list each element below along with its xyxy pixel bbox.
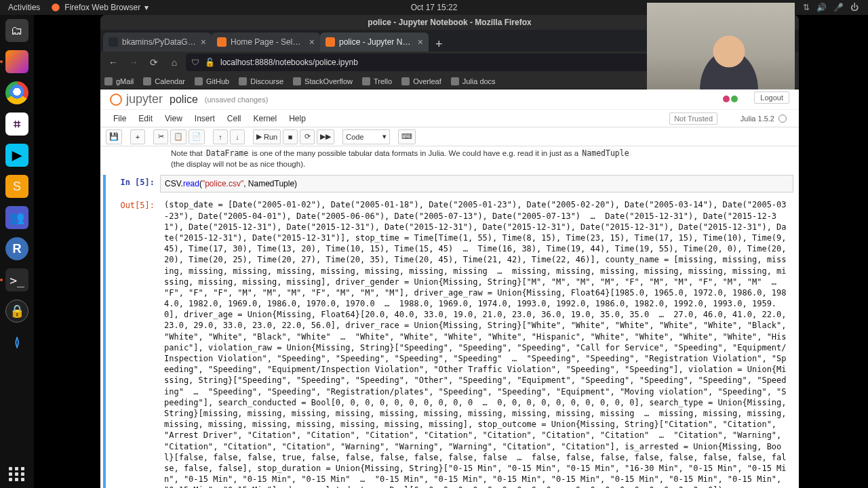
url-text: localhost:8888/notebooks/police.ipynb: [220, 58, 358, 67]
jupyter-toolbar: 💾 + ✂ 📋 📄 ↑ ↓ ▶ Run ■ ⟳ ▶▶ Code▾ ⌨: [100, 127, 799, 146]
output-text: (stop_date = [Date("2005-01-02"), Date("…: [160, 198, 793, 488]
new-tab-button[interactable]: +: [429, 37, 450, 52]
webcam-overlay: [647, 3, 795, 89]
bookmark-github[interactable]: GitHub: [195, 77, 229, 85]
kernel-name[interactable]: Julia 1.5.2: [741, 115, 787, 123]
dock-firefox[interactable]: [5, 50, 28, 73]
app-menu[interactable]: Firefox Web Browser ▾: [45, 3, 154, 12]
paste-button[interactable]: 📄: [189, 129, 205, 144]
bookmark-discourse[interactable]: Discourse: [239, 77, 283, 85]
close-icon[interactable]: ×: [418, 37, 423, 47]
save-button[interactable]: 💾: [106, 129, 122, 144]
move-up-button[interactable]: ↑: [213, 129, 228, 144]
firefox-icon: [51, 3, 60, 12]
code-input[interactable]: CSV.read("police.csv", NamedTuple): [160, 175, 793, 192]
lock-icon[interactable]: 🔓: [205, 58, 215, 67]
system-tray[interactable]: ⇅ 🔊 🎤 ⏻: [803, 3, 865, 12]
back-button[interactable]: ←: [104, 54, 122, 71]
copy-button[interactable]: 📋: [170, 129, 186, 144]
jupyter-page: jupyter police (unsaved changes) Logout …: [100, 89, 799, 488]
bookmark-trello[interactable]: Trello: [362, 77, 392, 85]
svg-point-0: [52, 3, 60, 12]
forward-button[interactable]: →: [125, 54, 142, 71]
jupyter-logo[interactable]: jupyter: [110, 92, 163, 106]
bookmark-overleaf[interactable]: Overleaf: [401, 77, 441, 85]
app-name-label: Firefox Web Browser: [64, 3, 140, 12]
kernel-indicator-dots: [723, 96, 738, 102]
shield-icon[interactable]: 🛡: [191, 58, 199, 67]
tab-police-notebook[interactable]: police - Jupyter Noteboo…×: [320, 33, 429, 52]
ubuntu-dock: 🗂 ⌗ ▶ S 👥 R >_ 🔒 ≬: [0, 15, 34, 488]
menu-cell[interactable]: Cell: [221, 114, 248, 123]
bookmark-stackoverflow[interactable]: StackOverflow: [293, 77, 353, 85]
command-palette-button[interactable]: ⌨: [398, 129, 416, 144]
trust-button[interactable]: Not Trusted: [669, 113, 717, 125]
network-icon[interactable]: ⇅: [803, 3, 810, 12]
clock[interactable]: Oct 17 15:22: [411, 3, 458, 12]
dock-terminal[interactable]: >_: [5, 268, 28, 291]
cell-5[interactable]: In [5]: CSV.read("police.csv", NamedTupl…: [103, 175, 793, 488]
menu-view[interactable]: View: [159, 114, 189, 123]
logout-button[interactable]: Logout: [754, 92, 789, 104]
cell-type-select[interactable]: Code▾: [342, 129, 390, 144]
dock-rstudio[interactable]: R: [5, 237, 28, 260]
in-prompt: In [5]:: [106, 175, 160, 192]
menu-help[interactable]: Help: [283, 114, 312, 123]
interrupt-button[interactable]: ■: [283, 129, 298, 144]
restart-button[interactable]: ⟳: [300, 129, 315, 144]
close-icon[interactable]: ×: [309, 37, 315, 47]
notebook-title[interactable]: police: [170, 94, 198, 106]
dock-chrome[interactable]: [5, 81, 28, 104]
menu-insert[interactable]: Insert: [189, 114, 221, 123]
jupyter-header: jupyter police (unsaved changes) Logout: [100, 89, 799, 110]
close-icon[interactable]: ×: [201, 37, 206, 47]
menu-file[interactable]: File: [107, 114, 132, 123]
github-icon: [108, 37, 118, 47]
dock-slack[interactable]: ⌗: [5, 113, 28, 136]
jupyter-icon: [217, 37, 226, 47]
menu-kernel[interactable]: Kernel: [248, 114, 283, 123]
tab-jupyter-home[interactable]: Home Page - Select or c…×: [212, 33, 320, 52]
dock-keepass[interactable]: 🔒: [5, 300, 28, 323]
restart-run-all-button[interactable]: ▶▶: [317, 129, 334, 144]
save-status: (unsaved changes): [205, 96, 269, 104]
power-icon[interactable]: ⏻: [850, 3, 859, 12]
kernel-status-icon: [778, 115, 787, 123]
insert-cell-button[interactable]: +: [130, 129, 145, 144]
dock-teams[interactable]: 👥: [5, 206, 28, 229]
activities-button[interactable]: Activities: [3, 3, 45, 12]
move-down-button[interactable]: ↓: [230, 129, 245, 144]
bookmark-gmail[interactable]: gMail: [104, 77, 134, 85]
menu-edit[interactable]: Edit: [132, 114, 159, 123]
bookmark-calendar[interactable]: Calendar: [143, 77, 185, 85]
notebook-body[interactable]: Note that DataFrame is one of the many p…: [100, 146, 799, 488]
dock-apps-grid[interactable]: [9, 467, 25, 481]
cut-button[interactable]: ✂: [153, 129, 168, 144]
chevron-down-icon: ▾: [144, 3, 149, 12]
tab-github[interactable]: bkamins/PyDataGlobal2…×: [103, 33, 212, 52]
run-button[interactable]: ▶ Run: [253, 129, 281, 144]
volume-icon[interactable]: 🔊: [816, 3, 827, 12]
mic-icon[interactable]: 🎤: [833, 3, 844, 12]
dock-pycharm[interactable]: ▶: [5, 144, 28, 167]
dock-sublime[interactable]: S: [5, 175, 28, 198]
markdown-context: Note that DataFrame is one of the many p…: [171, 148, 646, 169]
out-prompt: Out[5]:: [106, 198, 160, 488]
reload-button[interactable]: ⟳: [145, 54, 163, 71]
home-button[interactable]: ⌂: [165, 54, 183, 71]
jupyter-orb-icon: [110, 94, 122, 106]
dock-vscode[interactable]: ≬: [5, 331, 28, 354]
dock-files[interactable]: 🗂: [5, 19, 28, 42]
jupyter-icon: [326, 37, 335, 47]
bookmark-julia-docs[interactable]: Julia docs: [451, 77, 496, 85]
jupyter-menubar: File Edit View Insert Cell Kernel Help N…: [100, 110, 799, 127]
